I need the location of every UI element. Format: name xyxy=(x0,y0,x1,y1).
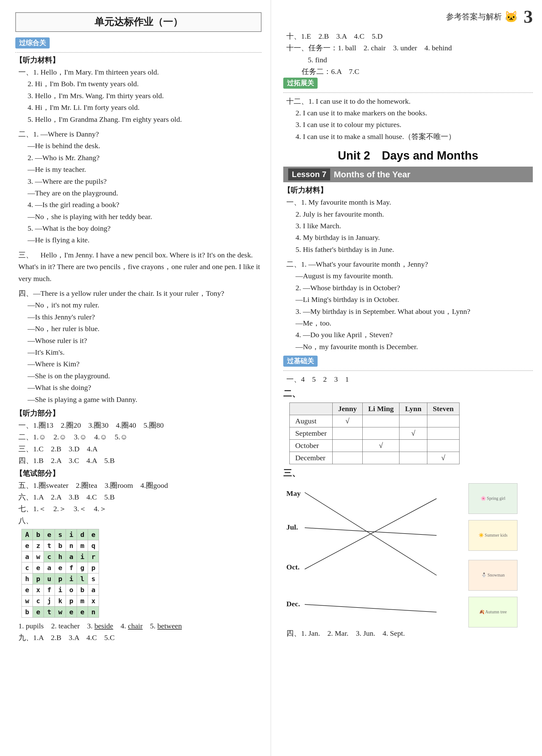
grid-cell-5-2: f xyxy=(44,584,55,596)
w9-line: 九、1.A 2.B 3.A 4.C 5.C xyxy=(18,632,262,643)
grid-cell-0-5: d xyxy=(77,529,88,540)
svg-line-1 xyxy=(305,528,436,535)
grid-cell-4-2: u xyxy=(44,573,55,584)
svg-line-0 xyxy=(305,492,436,575)
page-header: 参考答案与解析 🐱 3 xyxy=(283,6,533,27)
grid-cell-4-3: p xyxy=(55,573,66,584)
left-column: 单元达标作业（一） 过综合关 【听力材料】 一、1. Hello，I'm Mar… xyxy=(0,0,271,756)
grid-cell-5-0: e xyxy=(22,584,33,596)
grid-cell-0-3: s xyxy=(55,529,66,540)
grid-cell-1-0: e xyxy=(22,540,33,551)
answer-table: Jenny Li Ming Lynn Steven August√Septemb… xyxy=(289,403,459,464)
grid-cell-1-2: t xyxy=(44,540,55,551)
match-label-may: May xyxy=(286,489,301,498)
section-two: 二、1. —Where is Danny? —He is behind the … xyxy=(15,128,262,246)
grid-cell-2-6: r xyxy=(88,551,99,562)
grid-cell-7-0: b xyxy=(22,607,33,618)
table-row: October√ xyxy=(290,439,459,452)
svg-line-2 xyxy=(305,499,436,569)
table-row: December√ xyxy=(290,452,459,464)
grid-cell-3-2: a xyxy=(44,562,55,573)
w8-label: 八、 xyxy=(18,515,262,527)
section-four: 四、—There is a yellow ruler under the cha… xyxy=(15,287,262,405)
grid-cell-4-0: h xyxy=(22,573,33,584)
grid-cell-4-5: l xyxy=(77,573,88,584)
r-ans3-label: 三、 xyxy=(283,467,533,479)
listening-section-label: 【听力部分】 xyxy=(15,408,262,418)
l4-line: 四、1.B 2.A 3.C 4.A 5.B xyxy=(18,455,262,466)
grid-cell-5-5: b xyxy=(77,584,88,596)
l3-line: 三、1.C 2.B 3.D 4.A xyxy=(18,443,262,455)
grid-cell-0-2: e xyxy=(44,529,55,540)
page-container: 单元达标作业（一） 过综合关 【听力材料】 一、1. Hello，I'm Mar… xyxy=(0,0,542,756)
r11-task1-end: 5. find xyxy=(308,54,533,66)
lesson-number: Lesson 7 xyxy=(288,168,330,180)
grid-cell-4-6: s xyxy=(88,573,99,584)
grid-cell-2-2: c xyxy=(44,551,55,562)
grid-cell-7-6: n xyxy=(88,607,99,618)
grid-cell-7-1: e xyxy=(33,607,44,618)
grid-cell-2-3: h xyxy=(55,551,66,562)
grid-cell-3-0: c xyxy=(22,562,33,573)
grid-cell-7-3: w xyxy=(55,607,66,618)
grid-cell-1-4: n xyxy=(66,540,77,551)
grid-cell-6-5: m xyxy=(77,596,88,607)
grid-cell-3-4: f xyxy=(66,562,77,573)
grid-cell-0-4: i xyxy=(66,529,77,540)
match-label-oct: Oct. xyxy=(286,563,299,571)
tag-comprehensive: 过综合关 xyxy=(15,37,50,48)
section-one: 一、1. Hello，I'm Mary. I'm thirteen years … xyxy=(15,66,262,125)
r12-block: 十二、1. I can use it to do the homework. 2… xyxy=(283,95,533,143)
l2-line: 二、1.☺ 2.☺ 3.☺ 4.☺ 5.☺ xyxy=(18,431,262,443)
r10-line: 十、1.E 2.B 3.A 4.C 5.D xyxy=(286,30,533,42)
match-label-jul: Jul. xyxy=(286,523,298,531)
writing-section-label: 【笔试部分】 xyxy=(15,469,262,478)
tag-extension: 过拓展关 xyxy=(283,78,317,89)
r-ans1-line: 一、4 5 2 3 1 xyxy=(286,373,533,385)
grid-cell-0-6: e xyxy=(88,529,99,540)
r-ans2-label: 二、 xyxy=(283,388,533,399)
grid-cell-5-4: o xyxy=(66,584,77,596)
listening-material-label: 【听力材料】 xyxy=(15,55,262,65)
rs2-block: 二、1. —What's your favourite month，Jenny?… xyxy=(283,258,533,353)
grid-cell-6-4: p xyxy=(66,596,77,607)
grid-cell-1-6: q xyxy=(88,540,99,551)
word-grid-container: Abesideeztbnmqawchairceaefgphpupilsexfio… xyxy=(21,529,262,618)
table-header-steven: Steven xyxy=(427,403,459,415)
section-title: 单元达标作业（一） xyxy=(15,12,262,32)
svg-line-3 xyxy=(305,604,436,612)
w5-line: 五、1.圈sweater 2.圈tea 3.圈room 4.圈good xyxy=(18,480,262,491)
grid-cell-7-4: e xyxy=(66,607,77,618)
grid-cell-2-5: i xyxy=(77,551,88,562)
grid-cell-3-3: e xyxy=(55,562,66,573)
table-header-empty xyxy=(290,403,332,415)
unit-title: Unit 2 Days and Months xyxy=(283,148,533,164)
match-img-autumn: 🍂 Autumn tree xyxy=(468,597,517,627)
grid-cell-0-0: A xyxy=(22,529,33,540)
table-header-lynn: Lynn xyxy=(399,403,427,415)
page-number: 3 xyxy=(524,6,533,27)
grid-cell-3-6: p xyxy=(88,562,99,573)
table-header-liming: Li Ming xyxy=(363,403,399,415)
grid-cell-6-2: j xyxy=(44,596,55,607)
listening-material-label2: 【听力材料】 xyxy=(283,185,533,195)
match-img-spring: 🌸 Spring girl xyxy=(468,483,517,514)
cat-icon: 🐱 xyxy=(504,10,518,23)
rs1-block: 一、1. My favourite month is May. 2. July … xyxy=(283,196,533,255)
match-label-dec: Dec. xyxy=(286,600,300,608)
word-search-table: Abesideeztbnmqawchairceaefgphpupilsexfio… xyxy=(21,529,99,618)
l1-line: 一、1.圈13 2.圈20 3.圈30 4.圈40 5.圈80 xyxy=(18,419,262,431)
section-one-label: 一、1. Hello，I'm Mary. I'm thirteen years … xyxy=(18,66,262,78)
grid-cell-6-6: x xyxy=(88,596,99,607)
grid-cell-3-5: g xyxy=(77,562,88,573)
matching-section: May Jul. Oct. Dec. 🌸 Spring girl ☀️ Summ… xyxy=(286,480,536,627)
section-three: 三、 Hello，I'm Jenny. I have a new pencil … xyxy=(15,249,262,284)
grid-cell-7-2: t xyxy=(44,607,55,618)
match-img-snowman: ⛄ Snowman xyxy=(468,560,517,591)
grid-cell-4-1: p xyxy=(33,573,44,584)
table-row: September√ xyxy=(290,427,459,439)
right-column: 参考答案与解析 🐱 3 十、1.E 2.B 3.A 4.C 5.D 十一、任务一… xyxy=(271,0,542,756)
grid-cell-7-5: e xyxy=(77,607,88,618)
tag-basic: 过基础关 xyxy=(283,356,317,367)
w6-line: 六、1.A 2.A 3.B 4.C 5.B xyxy=(18,491,262,503)
